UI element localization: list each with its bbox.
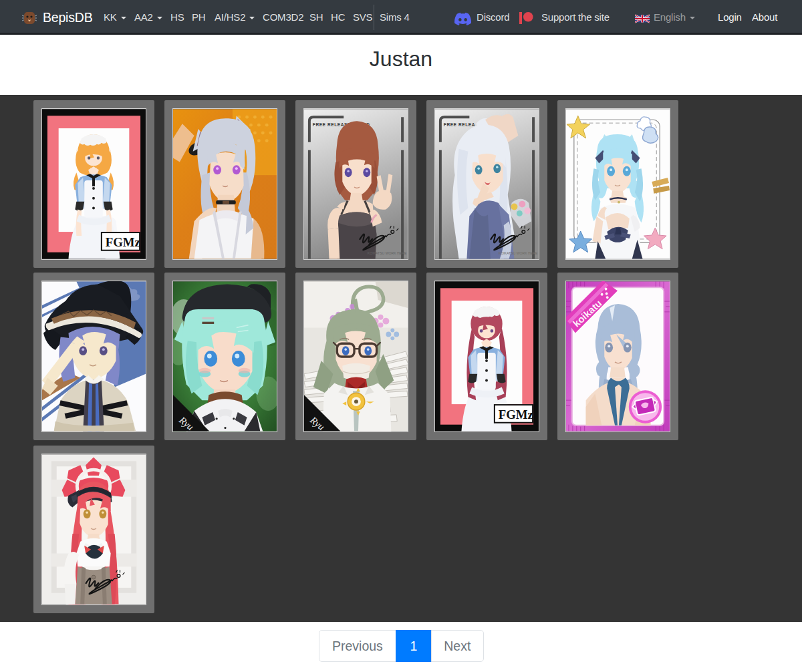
- svg-text:FGMz: FGMz: [498, 407, 533, 422]
- svg-text:FREE RELEA: FREE RELEA: [443, 122, 475, 127]
- svg-text:FGMz: FGMz: [105, 234, 140, 248]
- svg-text:KOIKATSU WORK HERE: KOIKATSU WORK HERE: [367, 250, 406, 255]
- svg-text:KOIKATSU WORK HERE: KOIKATSU WORK HERE: [498, 250, 537, 255]
